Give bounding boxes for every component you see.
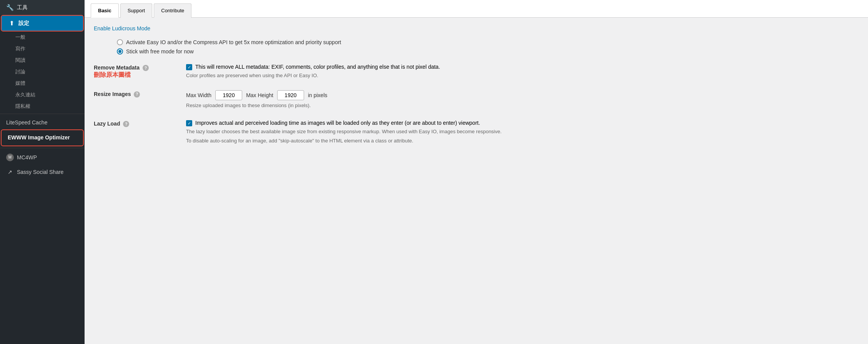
sidebar-item-privacy[interactable]: 隱私權 [0,101,85,112]
lazy-load-help-icon[interactable]: ? [123,121,129,127]
radio-group: Activate Easy IO and/or the Compress API… [117,39,859,55]
sidebar-item-permalink[interactable]: 永久連結 [0,89,85,101]
sidebar-item-writing[interactable]: 寫作 [0,43,85,55]
tabs-bar: Basic Support Contribute [85,0,868,18]
radio-activate-easy-io[interactable] [117,39,123,45]
lazy-load-checkbox-label: Improves actual and perceived loading ti… [195,120,480,126]
sidebar-item-general[interactable]: 一般 [0,31,85,43]
sidebar-label-sassy: Sassy Social Share [17,169,63,175]
remove-metadata-label: Remove Metadata ? 刪除原本圖檔 [94,64,178,79]
lazy-load-checkbox[interactable] [186,120,192,126]
sidebar-item-mc4wp[interactable]: M MC4WP [0,150,85,165]
resize-description: Resize uploaded images to these dimensio… [186,102,859,109]
remove-metadata-content: This will remove ALL metadata: EXIF, com… [186,64,859,79]
lazy-load-label: Lazy Load ? [94,120,178,127]
max-width-input[interactable] [215,90,242,100]
sidebar-item-discussion[interactable]: 討論 [0,66,85,78]
remove-metadata-checkbox-row: This will remove ALL metadata: EXIF, com… [186,64,859,70]
max-height-label: Max Height [246,92,273,98]
divider-2 [0,148,85,148]
setting-remove-metadata: Remove Metadata ? 刪除原本圖檔 This will remov… [94,64,859,79]
setting-lazy-load: Lazy Load ? Improves actual and perceive… [94,120,859,144]
sidebar-item-reading[interactable]: 閱讀 [0,55,85,66]
radio-activate-label: Activate Easy IO and/or the Compress API… [126,39,341,45]
lazy-load-checkbox-row: Improves actual and perceived loading ti… [186,120,859,126]
sidebar-item-sassy[interactable]: ↗ Sassy Social Share [0,165,85,179]
divider-1 [0,114,85,114]
remove-metadata-text: Remove Metadata [94,64,140,71]
radio-free-label: Stick with free mode for now [126,48,194,55]
sidebar-item-tools[interactable]: 🔧 工具 [0,0,85,15]
sidebar-label-ewww: EWWW Image Optimizer [8,134,70,142]
lazy-load-description2: To disable auto-scaling for an image, ad… [186,137,859,145]
resize-images-label: Resize Images ? [94,90,178,98]
enable-ludicrous-link[interactable]: Enable Ludicrous Mode [94,25,150,31]
tab-basic[interactable]: Basic [91,3,119,18]
lazy-load-text: Lazy Load [94,121,120,127]
settings-icon: ⬆ [8,20,15,27]
mc4wp-icon: M [6,154,14,161]
remove-metadata-description: Color profiles are preserved when using … [186,72,859,79]
remove-metadata-checkbox-label: This will remove ALL metadata: EXIF, com… [195,64,440,70]
resize-images-help-icon[interactable]: ? [134,91,140,98]
main-content: Basic Support Contribute Enable Ludicrou… [85,0,868,344]
sidebar-label-litespeed: LiteSpeed Cache [6,119,47,126]
sidebar-item-settings[interactable]: ⬆ 設定 [2,16,83,31]
tab-contribute[interactable]: Contribute [154,3,191,18]
content-area: Enable Ludicrous Mode Activate Easy IO a… [85,18,868,163]
tab-support[interactable]: Support [120,3,153,18]
sidebar-label-settings: 設定 [18,20,29,27]
max-width-label: Max Width [186,92,211,98]
sassy-icon: ↗ [6,169,14,175]
radio-row-activate: Activate Easy IO and/or the Compress API… [117,39,859,45]
sidebar-item-litespeed[interactable]: LiteSpeed Cache [0,116,85,129]
sidebar-label-tools: 工具 [17,4,28,11]
radio-row-free: Stick with free mode for now [117,48,859,55]
pixels-label: in pixels [308,92,328,98]
tools-icon: 🔧 [6,4,14,11]
resize-images-text: Resize Images [94,91,131,97]
remove-metadata-checkbox[interactable] [186,64,192,70]
sidebar-item-ewww[interactable]: EWWW Image Optimizer [2,130,83,146]
lazy-load-content: Improves actual and perceived loading ti… [186,120,859,144]
remove-metadata-help-icon[interactable]: ? [143,65,149,71]
lazy-load-description1: The lazy loader chooses the best availab… [186,128,859,136]
max-height-input[interactable] [277,90,304,100]
setting-resize-images: Resize Images ? Max Width Max Height in … [94,90,859,109]
resize-row: Max Width Max Height in pixels [186,90,859,100]
remove-metadata-sublabel: 刪除原本圖檔 [94,71,178,79]
radio-stick-free[interactable] [117,48,123,55]
sidebar: 🔧 工具 ⬆ 設定 一般 寫作 閱讀 討論 媒體 永久連結 隱私權 LiteSp… [0,0,85,344]
resize-images-content: Max Width Max Height in pixels Resize up… [186,90,859,109]
sidebar-label-mc4wp: MC4WP [17,154,37,160]
sidebar-item-media[interactable]: 媒體 [0,78,85,89]
